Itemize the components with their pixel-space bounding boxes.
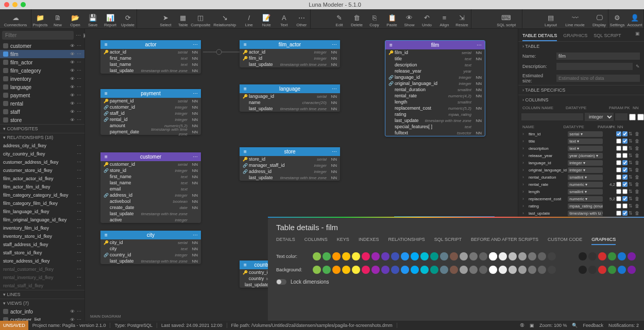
col-pk-checkbox[interactable] (616, 138, 621, 144)
delete-col-icon[interactable]: 🗑 (635, 196, 640, 201)
color-swatch[interactable] (588, 252, 597, 260)
color-swatch[interactable] (469, 252, 478, 260)
table-header[interactable]: ≡payment⋯ (100, 89, 201, 98)
more-icon[interactable]: ⋯ (77, 184, 81, 189)
linemode-button[interactable]: 〰Line mode (560, 9, 590, 28)
new-col-param-input[interactable] (615, 113, 628, 120)
color-swatch[interactable] (371, 252, 380, 260)
column-row[interactable]: citytextNN (100, 246, 201, 252)
table-header[interactable]: ≡city⋯ (100, 231, 201, 239)
status-icon[interactable]: ⦿ (520, 323, 524, 328)
column-row[interactable]: last_updatetimestamp with time zoneNN (240, 106, 340, 112)
column-grid-row[interactable]: ›last_updatetimestamp with tz ▾⇅🗑 (520, 210, 642, 217)
color-swatch[interactable] (450, 266, 458, 274)
column-row[interactable]: first_nametextNN (100, 173, 201, 180)
color-swatch[interactable] (332, 266, 341, 274)
column-row[interactable]: 🔗customer_idintegerNN (100, 104, 201, 110)
column-row[interactable]: descriptiontext (385, 62, 485, 68)
settings-button[interactable]: ⚙Settings (608, 9, 626, 28)
new-button[interactable]: 🗎New (49, 9, 66, 28)
column-grid-row[interactable]: ›original_language_idinteger ▾⇅🗑 (520, 166, 642, 173)
column-row[interactable]: 🔑payment_idserialNN (100, 98, 201, 104)
visibility-icon[interactable]: 👁 (70, 84, 75, 90)
more-icon[interactable]: ⋯ (77, 193, 81, 198)
drag-icon[interactable]: ⇅ (629, 175, 634, 180)
sidebar-rel-8[interactable]: film_language_id_fkey⋯ (0, 207, 84, 216)
more-icon[interactable]: ⋯ (77, 250, 81, 255)
open-button[interactable]: 📂Open (66, 9, 84, 28)
sidebar-table-payment[interactable]: payment👁⋯ (0, 91, 84, 99)
column-row[interactable]: fulltexttsvectorNN (385, 130, 485, 136)
drag-icon[interactable]: ⇅ (629, 153, 634, 158)
delete-col-icon[interactable]: 🗑 (635, 138, 640, 144)
column-row[interactable]: create_datedateNN (100, 204, 201, 211)
column-row[interactable]: special_features[ ]text (385, 124, 485, 130)
color-swatch[interactable] (371, 266, 380, 274)
col-nn-checkbox[interactable] (622, 138, 628, 144)
sidebar-rel-15[interactable]: rental_customer_id_fkey⋯ (0, 265, 84, 273)
color-swatch[interactable] (460, 252, 468, 260)
column-grid-row[interactable]: ›ratingmpaa_rating (enum) ▾⇅🗑 (520, 202, 642, 210)
column-grid-row[interactable]: ›language_idinteger ▾⇅🗑 (520, 159, 642, 166)
color-swatch[interactable] (618, 266, 626, 274)
color-swatch[interactable] (528, 266, 536, 274)
color-swatch[interactable] (489, 266, 497, 274)
color-swatch[interactable] (342, 252, 350, 260)
column-grid-row[interactable]: ›lengthsmallint ▾⇅🗑 (520, 188, 642, 195)
color-swatch[interactable] (579, 252, 587, 260)
column-row[interactable]: 🔑film_idserialNN (385, 49, 485, 56)
edit-desc-icon[interactable]: ✎ (636, 64, 640, 69)
visibility-icon[interactable]: 👁 (70, 309, 75, 314)
sidebar-rel-11[interactable]: inventory_store_id_fkey⋯ (0, 232, 84, 240)
visibility-icon[interactable]: 👁 (70, 76, 75, 81)
align-button[interactable]: ≡Align (436, 9, 453, 28)
more-icon[interactable]: ⋯ (77, 176, 81, 181)
color-swatch[interactable] (518, 266, 527, 274)
bottom-tab-columns[interactable]: COLUMNS (304, 237, 328, 245)
col-pk-checkbox[interactable] (616, 211, 621, 216)
col-pk-checkbox[interactable] (616, 153, 621, 158)
new-col-name-input[interactable] (521, 113, 583, 120)
sidebar-rel-2[interactable]: customer_address_id_fkey⋯ (0, 158, 84, 166)
col-nn-checkbox[interactable] (622, 153, 628, 158)
drag-icon[interactable]: ⇅ (629, 182, 634, 187)
column-row[interactable]: activeinteger (100, 217, 201, 223)
color-swatch[interactable] (323, 252, 331, 260)
tab-sql-script[interactable]: SQL SCRIPT (594, 31, 621, 41)
color-swatch[interactable] (628, 266, 636, 274)
column-row[interactable]: lengthsmallint (385, 99, 485, 105)
column-row[interactable]: 🔑film_idintegerNN (240, 55, 340, 61)
expand-icon[interactable]: › (522, 146, 528, 151)
color-swatch[interactable] (489, 252, 497, 260)
bottom-tab-relationships[interactable]: RELATIONSHIPS (388, 237, 425, 245)
expand-icon[interactable]: › (522, 182, 528, 187)
undo-button[interactable]: ↶Undo (418, 9, 436, 28)
table-city[interactable]: ≡city⋯🔑city_idserialNNcitytextNN🔗country… (100, 231, 201, 264)
color-swatch[interactable] (362, 252, 370, 260)
drag-icon[interactable]: ⇅ (629, 211, 634, 216)
color-swatch[interactable] (548, 252, 556, 260)
table-header[interactable]: ≡film⋯ (385, 41, 485, 49)
col-pk-checkbox[interactable] (616, 203, 621, 209)
column-row[interactable]: 🔗original_language_idintegerNN (385, 80, 485, 86)
more-icon[interactable]: ⋯ (77, 242, 81, 247)
col-pk-checkbox[interactable] (616, 189, 621, 194)
delete-col-icon[interactable]: 🗑 (635, 175, 640, 180)
color-swatch[interactable] (628, 252, 636, 260)
col-type-select[interactable]: year (domain) ▾ (568, 153, 603, 159)
sidebar-rel-13[interactable]: staff_store_id_fkey⋯ (0, 249, 84, 257)
col-pk-checkbox[interactable] (616, 196, 621, 201)
color-swatch[interactable] (528, 252, 536, 260)
column-row[interactable]: payment_datetimestamp with time zoneNN (100, 129, 201, 135)
table-header[interactable]: ≡film_actor⋯ (240, 40, 340, 49)
color-swatch[interactable] (548, 266, 556, 274)
lines-section[interactable]: ▾ LINES (0, 290, 84, 299)
sidebar-rel-6[interactable]: film_category_category_id_fkey⋯ (0, 191, 84, 199)
color-swatch[interactable] (440, 266, 448, 274)
color-swatch[interactable] (401, 266, 409, 274)
bottom-tab-before-and-after-scripts[interactable]: BEFORE AND AFTER SCRIPTS (471, 237, 538, 245)
column-row[interactable]: last_nametextNN (100, 61, 201, 67)
more-icon[interactable]: ⋯ (77, 275, 81, 280)
notifications-link[interactable]: Notifications: 2 (608, 323, 639, 328)
bottom-tab-sql-script[interactable]: SQL SCRIPT (434, 237, 462, 245)
